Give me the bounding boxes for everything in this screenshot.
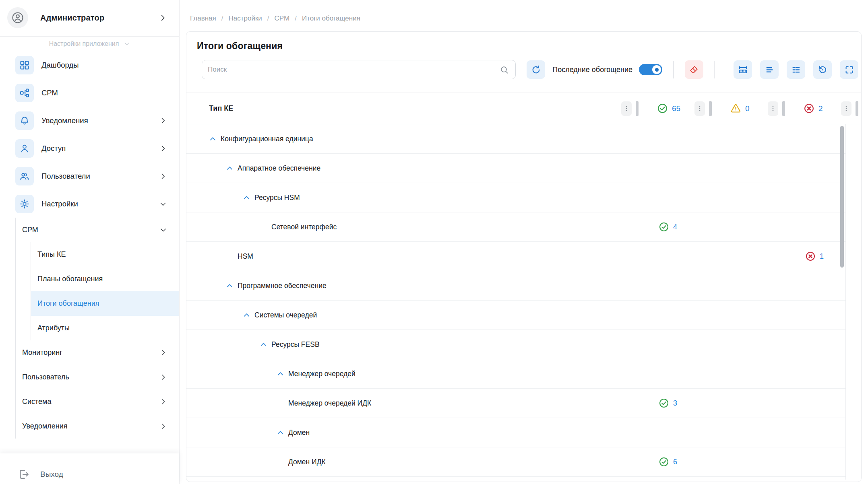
breadcrumb: Главная/Настройки/СРМ/Итоги обогащения [190, 14, 868, 23]
row-name-cell: Сетевой интерфейс [186, 212, 626, 241]
collapse-chevron-icon[interactable] [277, 429, 284, 437]
column-resize-handle[interactable] [636, 101, 639, 116]
sidebar-item-notifications-2[interactable]: Уведомления [0, 414, 179, 439]
breadcrumb-item[interactable]: Главная [190, 14, 216, 23]
column-menu-button[interactable] [621, 101, 632, 116]
sidebar-item-label: Типы КЕ [37, 250, 66, 259]
app-settings-selector[interactable]: Настройки приложения [0, 37, 179, 51]
check-circle-icon [659, 398, 669, 408]
column-width-button[interactable] [734, 60, 752, 79]
warning-summary: 0 [730, 103, 750, 114]
table-row[interactable]: Программное обеспечение [186, 271, 845, 301]
table-row[interactable]: Ресурсы HSM [186, 183, 845, 212]
sidebar-item-crm[interactable]: СРМ [0, 79, 179, 107]
search-input[interactable] [208, 66, 500, 74]
table-row[interactable]: Менеджер очередей ИДК 3 [186, 389, 845, 418]
status-column-success: 65 [639, 101, 712, 116]
sidebar-item-enrichment-plans[interactable]: Планы обогащения [31, 267, 179, 291]
chevron-right-icon [159, 422, 167, 430]
table-row[interactable]: HSM 1 [186, 242, 845, 271]
table-header: Тип КЕ 65 0 2 [186, 93, 861, 124]
toolbar-tools: Последние обогощение [527, 60, 858, 79]
chevron-right-icon [159, 117, 167, 125]
status-column-error: 2 [785, 101, 858, 116]
collapse-chevron-icon[interactable] [260, 341, 267, 348]
breadcrumb-item[interactable]: СРМ [275, 14, 290, 23]
row-status-success: 6 [626, 457, 699, 467]
sidebar-item-system[interactable]: Система [0, 389, 179, 414]
refresh-button[interactable] [527, 60, 545, 79]
toggle-knob [652, 65, 661, 74]
column-menu-button[interactable] [768, 101, 778, 116]
row-status-count: 4 [673, 223, 677, 231]
sidebar-item-label: Уведомления [22, 422, 68, 430]
collapse-chevron-icon[interactable] [243, 311, 250, 319]
table-row[interactable]: Ресурсы FESB [186, 330, 845, 359]
row-label: Ресурсы HSM [254, 194, 300, 202]
user-menu[interactable]: Администратор [0, 0, 179, 36]
table-row[interactable]: Системы очередей [186, 301, 845, 330]
table-row[interactable]: Домен ИДК 6 [186, 447, 845, 477]
row-label: Менеджер очередей ИДК [288, 399, 371, 408]
sidebar-item-dashboards[interactable]: Дашборды [0, 51, 179, 79]
logout-icon [18, 468, 30, 480]
sidebar-item-users[interactable]: Пользователи [0, 162, 179, 190]
vertical-scrollbar-thumb[interactable] [840, 126, 844, 268]
table-row[interactable]: Конфигурационная единица [186, 124, 845, 154]
sidebar-settings-tree: СРМ Типы КЕ Планы обогащения Итоги обога… [0, 218, 179, 439]
sidebar-item-label: Дашборды [41, 61, 79, 70]
row-density-button[interactable] [760, 60, 779, 79]
table-row[interactable]: Домен [186, 418, 845, 447]
row-label: Аппаратное обеспечение [238, 164, 320, 173]
collapse-chevron-icon[interactable] [226, 165, 234, 172]
sidebar-item-enrichment-results[interactable]: Итоги обогащения [31, 291, 179, 316]
app-settings-label: Настройки приложения [49, 40, 119, 47]
sidebar-item-crm-group[interactable]: СРМ [0, 218, 179, 242]
column-resize-handle[interactable] [782, 101, 785, 116]
breadcrumb-item[interactable]: Настройки [228, 14, 262, 23]
column-menu-button[interactable] [841, 101, 851, 116]
table-row[interactable]: Аппаратное обеспечение [186, 154, 845, 183]
search-icon [500, 65, 509, 74]
row-name-cell: HSM [186, 242, 626, 271]
sidebar-item-settings[interactable]: Настройки [0, 190, 179, 218]
column-resize-handle[interactable] [709, 101, 712, 116]
row-status-error: 1 [772, 251, 845, 262]
x-circle-icon [804, 103, 814, 114]
logout-button[interactable]: Выход [0, 453, 179, 484]
breadcrumb-item[interactable]: Итоги обогащения [302, 14, 360, 23]
status-count: 0 [745, 104, 750, 113]
sidebar-item-attributes[interactable]: Атрибуты [31, 316, 179, 340]
row-name-cell: Системы очередей [186, 301, 626, 330]
sidebar-item-ke-types[interactable]: Типы КЕ [31, 242, 179, 267]
fullscreen-button[interactable] [840, 60, 858, 79]
sidebar-item-label: Итоги обогащения [37, 299, 99, 308]
sidebar-item-notifications[interactable]: Уведомления [0, 107, 179, 134]
row-name-cell: Домен ИДК [186, 447, 626, 476]
chevron-down-icon [124, 41, 130, 47]
tree-rows: Конфигурационная единица Аппаратное обес… [186, 124, 845, 477]
detailed-list-icon [791, 65, 801, 75]
collapse-chevron-icon[interactable] [277, 370, 284, 378]
history-button[interactable] [813, 60, 832, 79]
breadcrumb-separator: / [221, 14, 223, 23]
success-summary: 65 [657, 103, 680, 114]
row-label: Ресурсы FESB [271, 340, 320, 349]
table-row[interactable]: Менеджер очередей [186, 359, 845, 389]
row-status-count: 1 [820, 252, 824, 261]
clear-filters-button[interactable] [685, 60, 703, 79]
chevron-right-icon [159, 349, 167, 356]
collapse-chevron-icon[interactable] [243, 194, 250, 202]
detail-list-button[interactable] [787, 60, 805, 79]
collapse-chevron-icon[interactable] [226, 282, 234, 290]
sidebar-item-user[interactable]: Пользователь [0, 365, 179, 389]
last-enrichment-toggle[interactable] [639, 64, 662, 75]
column-resize-handle[interactable] [856, 101, 858, 116]
column-menu-button[interactable] [694, 101, 705, 116]
row-label: Конфигурационная единица [221, 135, 313, 143]
collapse-chevron-icon[interactable] [209, 135, 217, 143]
sidebar-item-access[interactable]: Доступ [0, 134, 179, 162]
table-row[interactable]: Сетевой интерфейс 4 [186, 212, 845, 242]
sidebar-item-monitoring[interactable]: Мониторинг [0, 340, 179, 365]
status-column-warning: 0 [712, 101, 785, 116]
